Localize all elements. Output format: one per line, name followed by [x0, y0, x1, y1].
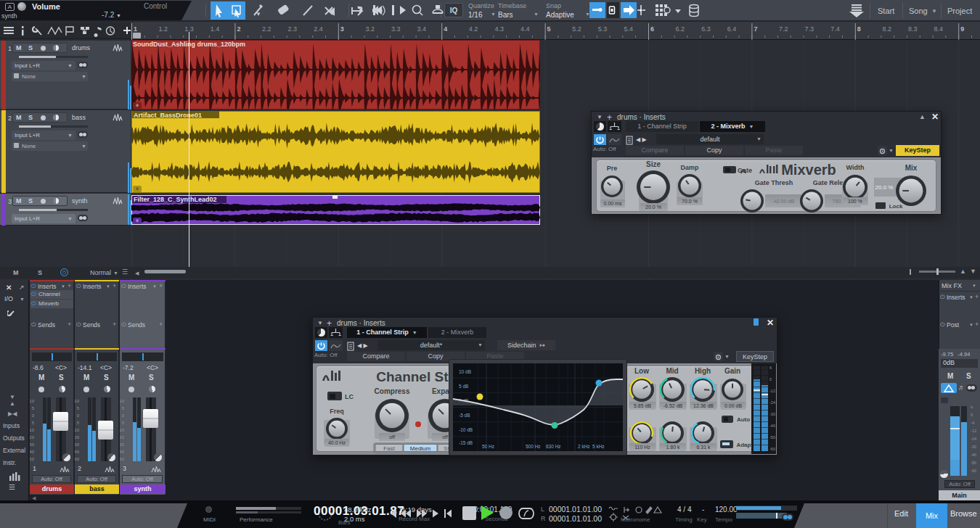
svg-text:-24: -24 — [971, 437, 976, 441]
svg-text:5: 5 — [547, 25, 551, 33]
svg-text:20: 20 — [75, 435, 80, 440]
svg-text:5.3: 5.3 — [598, 25, 608, 33]
svg-text:0: 0 — [122, 413, 125, 418]
svg-text:off: off — [442, 434, 448, 440]
svg-text:-40: -40 — [769, 424, 775, 428]
svg-text:1.80 k: 1.80 k — [666, 445, 680, 450]
svg-text:40: 40 — [75, 450, 80, 454]
svg-text:-10 dB: -10 dB — [459, 427, 473, 432]
svg-text:Auto: Auto — [737, 416, 750, 423]
svg-text:4.3: 4.3 — [494, 25, 504, 33]
svg-text:1.4: 1.4 — [211, 25, 220, 33]
svg-text:6: 6 — [769, 366, 772, 370]
svg-text:10: 10 — [120, 428, 125, 432]
svg-text:off: off — [389, 434, 395, 440]
svg-text:7: 7 — [754, 25, 757, 33]
svg-text:110 Hz: 110 Hz — [634, 445, 650, 450]
svg-text:6.4: 6.4 — [727, 25, 737, 33]
svg-text:Width: Width — [846, 164, 865, 171]
svg-text:1: 1 — [134, 25, 137, 33]
svg-text:7.4: 7.4 — [830, 25, 840, 33]
svg-text:Gain: Gain — [724, 367, 740, 375]
svg-text:0: 0 — [971, 413, 973, 417]
svg-text:-6.52 dB: -6.52 dB — [663, 403, 683, 408]
svg-text:7.3: 7.3 — [805, 25, 814, 33]
svg-text:6: 6 — [971, 406, 973, 409]
svg-text:2.4: 2.4 — [314, 25, 323, 33]
svg-text:20.0 %: 20.0 % — [875, 184, 894, 191]
svg-text:6: 6 — [650, 25, 654, 33]
svg-text:Low: Low — [634, 367, 649, 375]
svg-text:Medium: Medium — [410, 445, 431, 452]
svg-text:20: 20 — [120, 435, 125, 440]
svg-text:Gate Thresh: Gate Thresh — [755, 179, 793, 186]
svg-text:6.3: 6.3 — [701, 25, 711, 33]
svg-text:10: 10 — [30, 399, 35, 403]
svg-text:0.00 dB: 0.00 dB — [724, 403, 742, 408]
svg-text:12.36 dB: 12.36 dB — [693, 403, 714, 408]
svg-text:30: 30 — [75, 442, 80, 447]
svg-text:0.00 ms: 0.00 ms — [604, 201, 622, 206]
svg-text:8.4: 8.4 — [934, 25, 944, 33]
svg-text:-4: -4 — [971, 421, 975, 425]
svg-text:100 %: 100 % — [848, 199, 862, 204]
svg-text:2: 2 — [237, 25, 240, 33]
svg-text:5: 5 — [77, 421, 80, 425]
svg-text:8.3: 8.3 — [908, 25, 918, 33]
svg-text:4: 4 — [444, 25, 447, 33]
svg-text:-12: -12 — [971, 429, 976, 433]
svg-text:0: 0 — [769, 377, 772, 381]
svg-text:630 Hz: 630 Hz — [546, 444, 561, 449]
svg-text:0: 0 — [77, 413, 80, 418]
svg-text:20: 20 — [30, 435, 35, 440]
svg-text:-60: -60 — [769, 447, 775, 451]
svg-text:-30: -30 — [769, 412, 775, 416]
svg-text:Lock: Lock — [889, 203, 903, 210]
svg-text:Pre: Pre — [607, 165, 618, 172]
svg-text:5: 5 — [32, 421, 35, 425]
svg-text:5.2: 5.2 — [572, 25, 581, 33]
svg-text:-42.00 dB: -42.00 dB — [772, 199, 795, 204]
svg-text:Mid: Mid — [666, 367, 678, 375]
svg-text:-50: -50 — [971, 461, 976, 465]
svg-text:-24: -24 — [769, 400, 775, 405]
svg-text:9: 9 — [960, 25, 964, 33]
svg-text:Size: Size — [646, 160, 661, 168]
svg-text:Fast: Fast — [383, 445, 395, 452]
svg-text:Compress: Compress — [375, 387, 410, 395]
svg-text:-12: -12 — [769, 389, 775, 393]
svg-text:-50: -50 — [769, 435, 775, 440]
svg-text:High: High — [695, 367, 711, 375]
svg-text:5: 5 — [122, 421, 125, 425]
svg-text:5 kHz: 5 kHz — [592, 444, 605, 449]
svg-text:4.2: 4.2 — [469, 25, 478, 33]
svg-text:8: 8 — [857, 25, 861, 33]
svg-text:10: 10 — [30, 428, 35, 432]
svg-text:-5 dB: -5 dB — [459, 413, 470, 418]
svg-text:3.4: 3.4 — [417, 25, 427, 33]
svg-text:2.3: 2.3 — [288, 25, 298, 33]
svg-text:0: 0 — [32, 413, 35, 418]
svg-text:-40: -40 — [971, 453, 976, 457]
svg-text:60: 60 — [30, 457, 35, 461]
svg-text:60: 60 — [120, 457, 125, 461]
svg-text:50 Hz: 50 Hz — [482, 444, 494, 449]
svg-text:3.2: 3.2 — [365, 25, 375, 33]
svg-text:10: 10 — [75, 428, 80, 432]
svg-text:7.2: 7.2 — [779, 25, 788, 33]
svg-text:5.4: 5.4 — [624, 25, 633, 33]
svg-text:5: 5 — [77, 406, 80, 411]
svg-text:Mix: Mix — [905, 164, 918, 172]
svg-text:4.4: 4.4 — [520, 25, 530, 33]
svg-text:Freq: Freq — [330, 408, 344, 415]
svg-text:LC: LC — [345, 393, 354, 400]
svg-text:1.2: 1.2 — [159, 25, 168, 33]
svg-text:5: 5 — [32, 406, 35, 411]
svg-text:3.3: 3.3 — [391, 25, 401, 33]
svg-text:6.2: 6.2 — [676, 25, 685, 33]
svg-text:40: 40 — [120, 450, 125, 454]
svg-text:-60: -60 — [971, 469, 976, 473]
svg-text:5.85 dB: 5.85 dB — [634, 403, 651, 408]
svg-text:5: 5 — [122, 406, 125, 411]
svg-text:40: 40 — [30, 450, 35, 454]
